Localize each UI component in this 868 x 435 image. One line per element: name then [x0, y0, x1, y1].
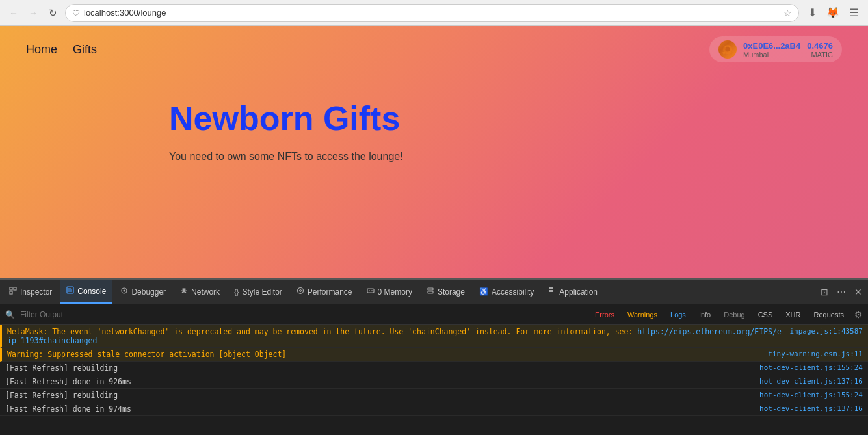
performance-icon [296, 287, 304, 297]
style-editor-tab-label: Style Editor [242, 287, 282, 297]
console-row: [Fast Refresh] rebuildinghot-dev-client.… [0, 389, 868, 402]
hero-title: Newborn Gifts [169, 99, 699, 138]
svg-rect-13 [551, 287, 553, 289]
console-output: MetaMask: The event 'networkChanged' is … [0, 325, 868, 435]
warnings-filter[interactable]: Warnings [622, 310, 663, 320]
console-source-0[interactable]: inpage.js:1:43587 [789, 327, 863, 336]
browser-chrome: ← → ↻ 🛡 localhost:3000/lounge ☆ ⬇ 🦊 ☰ [0, 0, 868, 26]
console-source-4[interactable]: hot-dev-client.js:155:24 [759, 391, 863, 399]
address-bar: 🛡 localhost:3000/lounge ☆ [65, 4, 799, 22]
tab-storage[interactable]: Storage [420, 280, 471, 304]
requests-filter[interactable]: Requests [809, 310, 849, 320]
svg-rect-14 [549, 290, 551, 292]
devtools-toolbar: Inspector Console Debugger Network {} St… [0, 280, 868, 304]
metamask-info: 0xE0E6...2aB4 Mumbai [743, 41, 800, 59]
bookmark-icon[interactable]: ☆ [783, 8, 792, 18]
console-source-2[interactable]: hot-dev-client.js:155:24 [759, 363, 863, 372]
console-message-1: Warning: Suppressed stale connector acti… [7, 350, 763, 359]
console-row: [Fast Refresh] done in 926mshot-dev-clie… [0, 375, 868, 389]
svg-rect-9 [367, 289, 374, 293]
svg-rect-15 [551, 290, 553, 292]
hero-subtitle: You need to own some NFTs to access the … [169, 151, 699, 163]
pocket-button[interactable]: ⬇ [804, 5, 820, 21]
console-message-0: MetaMask: The event 'networkChanged' is … [7, 327, 784, 345]
tab-application[interactable]: Application [542, 280, 604, 304]
tab-inspector[interactable]: Inspector [3, 280, 59, 304]
metamask-logo [718, 40, 737, 59]
tab-network[interactable]: Network [174, 280, 226, 304]
tab-memory[interactable]: 0 Memory [360, 280, 419, 304]
nav-home[interactable]: Home [26, 43, 57, 57]
storage-icon [427, 287, 434, 297]
filter-input[interactable] [20, 310, 585, 319]
inspector-tab-label: Inspector [20, 287, 52, 297]
fox-button[interactable]: 🦊 [825, 5, 841, 21]
memory-icon [367, 287, 375, 297]
tab-style-editor[interactable]: {} Style Editor [228, 280, 289, 304]
tab-console[interactable]: Console [60, 280, 112, 304]
console-settings-icon[interactable]: ⚙ [854, 310, 863, 320]
devtools-panel: Inspector Console Debugger Network {} St… [0, 278, 868, 435]
accessibility-icon: ♿ [479, 287, 488, 296]
close-devtools-button[interactable]: ✕ [851, 285, 865, 299]
css-filter[interactable]: CSS [753, 310, 778, 320]
logs-filter[interactable]: Logs [665, 310, 691, 320]
debug-filter[interactable]: Debug [718, 310, 750, 320]
svg-rect-3 [10, 291, 12, 294]
matic-amount: 0.4676 [807, 41, 833, 51]
accessibility-tab-label: Accessibility [492, 287, 534, 297]
console-row: [Fast Refresh] rebuildinghot-dev-client.… [0, 362, 868, 375]
tab-accessibility[interactable]: ♿ Accessibility [473, 280, 540, 304]
forward-button[interactable]: → [26, 6, 40, 20]
hero-section: Newborn Gifts You need to own some NFTs … [0, 73, 868, 189]
filter-icon: 🔍 [5, 310, 15, 319]
svg-rect-12 [549, 287, 551, 289]
storage-tab-label: Storage [438, 287, 465, 297]
console-message-2: [Fast Refresh] rebuilding [5, 363, 754, 373]
back-button[interactable]: ← [7, 6, 21, 20]
performance-tab-label: Performance [308, 287, 352, 297]
refresh-button[interactable]: ↻ [46, 6, 60, 20]
svg-rect-2 [14, 287, 16, 290]
info-filter[interactable]: Info [694, 310, 716, 320]
shield-icon: 🛡 [72, 8, 80, 18]
browser-actions: ⬇ 🦊 ☰ [804, 5, 861, 21]
console-source-5[interactable]: hot-dev-client.js:137:16 [759, 404, 863, 413]
metamask-widget[interactable]: 0xE0E6...2aB4 Mumbai 0.4676 MATIC [709, 36, 842, 62]
style-editor-icon: {} [234, 288, 239, 296]
svg-rect-11 [428, 291, 433, 293]
svg-point-8 [299, 290, 301, 292]
console-row: MetaMask: The event 'networkChanged' is … [0, 325, 868, 348]
devtools-actions: ⊡ ⋯ ✕ [817, 285, 865, 299]
console-message-5: [Fast Refresh] done in 974ms [5, 404, 754, 414]
application-tab-label: Application [559, 287, 598, 297]
network-tab-label: Network [191, 287, 220, 297]
page-content: Home Gifts 0xE0E6...2aB4 Mumbai 0.4676 M [0, 26, 868, 278]
console-source-1[interactable]: tiny-warning.esm.js:11 [768, 350, 863, 358]
tab-performance[interactable]: Performance [290, 280, 359, 304]
console-source-3[interactable]: hot-dev-client.js:137:16 [759, 377, 863, 386]
errors-filter[interactable]: Errors [590, 310, 620, 320]
more-options-button[interactable]: ⋯ [834, 285, 848, 299]
nav-gifts[interactable]: Gifts [73, 43, 97, 57]
dock-button[interactable]: ⊡ [817, 285, 832, 299]
console-tab-label: Console [77, 287, 106, 296]
url-text: localhost:3000/lounge [84, 8, 777, 18]
debugger-tab-label: Debugger [131, 287, 166, 297]
filter-badges: Errors Warnings Logs Info Debug CSS XHR … [590, 310, 849, 320]
matic-info: 0.4676 MATIC [807, 41, 833, 59]
matic-label: MATIC [811, 51, 833, 59]
menu-button[interactable]: ☰ [846, 5, 861, 21]
console-filter-bar: 🔍 Errors Warnings Logs Info Debug CSS XH… [0, 304, 868, 325]
tab-debugger[interactable]: Debugger [114, 280, 172, 304]
xhr-filter[interactable]: XHR [780, 310, 806, 320]
wallet-address: 0xE0E6...2aB4 [743, 41, 800, 51]
svg-rect-1 [10, 287, 12, 290]
console-row: Warning: Suppressed stale connector acti… [0, 348, 868, 362]
memory-tab-label: 0 Memory [378, 287, 412, 297]
console-message-3: [Fast Refresh] done in 926ms [5, 377, 754, 386]
console-message-4: [Fast Refresh] rebuilding [5, 391, 754, 400]
inspector-icon [9, 287, 17, 297]
svg-rect-10 [428, 288, 433, 290]
app-nav: Home Gifts 0xE0E6...2aB4 Mumbai 0.4676 M [0, 26, 868, 73]
